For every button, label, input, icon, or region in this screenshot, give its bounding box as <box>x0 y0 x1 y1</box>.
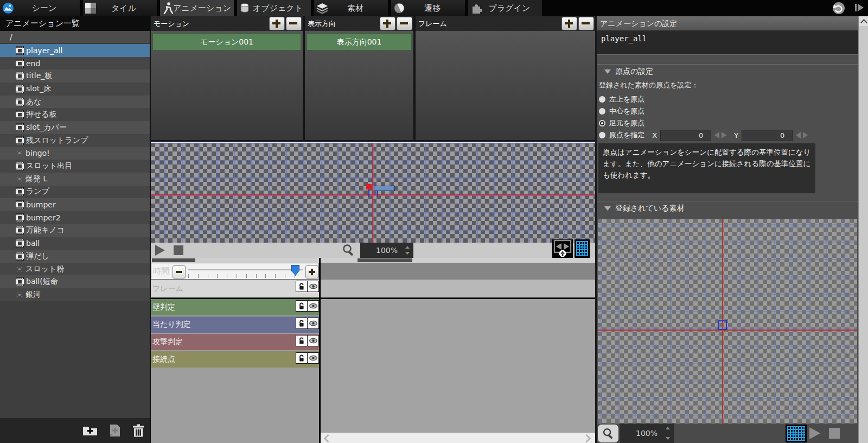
animation-list-item[interactable]: 万能キノコ <box>0 224 150 237</box>
radio-icon[interactable] <box>599 96 605 103</box>
scroll-up-icon[interactable] <box>859 16 868 26</box>
scrollbar-thumb[interactable] <box>152 258 195 262</box>
animation-name-input[interactable]: player_all <box>597 31 858 55</box>
animation-list-item[interactable]: ball(短命 <box>0 275 150 288</box>
radio-icon[interactable] <box>599 108 605 115</box>
direction-item[interactable]: 表示方向001 <box>307 33 412 50</box>
motion-remove-button[interactable] <box>286 17 302 30</box>
eye-icon[interactable] <box>307 352 319 364</box>
zoom-spinner-up-icon[interactable] <box>405 246 410 249</box>
animation-list-item[interactable]: end <box>0 57 150 70</box>
add-folder-icon[interactable] <box>82 425 98 436</box>
animation-list-item[interactable]: slot_カバー <box>0 121 150 134</box>
time-slider-track[interactable] <box>188 269 303 270</box>
timeline-row-4[interactable]: 接続点 <box>151 351 319 368</box>
tab-tile[interactable]: タイル <box>83 0 157 16</box>
frame-remove-button[interactable] <box>578 17 594 30</box>
fit-view-icon[interactable] <box>552 239 573 258</box>
timeline-row-3[interactable]: 攻撃判定 <box>151 334 319 350</box>
grid-toggle-icon[interactable] <box>575 239 590 258</box>
animation-list-item[interactable]: ball <box>0 237 150 250</box>
motion-add-button[interactable] <box>269 17 285 30</box>
animation-list-root[interactable]: / <box>0 31 150 43</box>
eye-icon[interactable] <box>307 300 319 312</box>
origin-section-header[interactable]: 原点の設定 <box>597 64 858 79</box>
animation-list-item[interactable]: player_all <box>0 44 150 57</box>
tab-object[interactable]: オブジェクト <box>237 0 311 16</box>
tab-transition[interactable]: 遷移 <box>391 0 465 16</box>
animation-list-item[interactable]: bumper <box>0 198 150 211</box>
animation-list-item[interactable]: 弾だし <box>0 250 150 263</box>
scroll-right-icon[interactable] <box>583 434 591 443</box>
origin-option-3[interactable]: 原点を指定X0Y0 <box>599 129 808 141</box>
preview-zoom-field[interactable]: 100% <box>620 423 674 443</box>
timeline-row-2[interactable]: 当たり判定 <box>151 317 319 333</box>
timeline-left-scrollbar[interactable] <box>151 258 319 263</box>
play-icon[interactable] <box>809 427 820 439</box>
frame-add-button[interactable] <box>561 17 577 30</box>
settings-scrollbar[interactable] <box>858 16 868 443</box>
undo-icon[interactable] <box>832 2 845 15</box>
timeline-track-area[interactable] <box>321 258 595 443</box>
tab-plugin[interactable]: プラグイン <box>468 0 542 16</box>
stop-icon[interactable] <box>174 245 183 255</box>
animation-list-item[interactable]: ランプ <box>0 186 150 199</box>
zoom-spinner-down-icon[interactable] <box>666 437 670 440</box>
eye-icon[interactable] <box>307 335 319 346</box>
lock-icon[interactable] <box>296 300 308 312</box>
stepper-left-icon[interactable] <box>796 132 801 138</box>
animation-list-item[interactable]: 爆発 L <box>0 173 150 186</box>
grid-toggle-icon[interactable] <box>786 425 807 442</box>
lock-icon[interactable] <box>296 352 308 364</box>
animation-list-item[interactable]: スロット出目 <box>0 160 150 173</box>
eye-icon[interactable] <box>307 281 319 292</box>
preview-sprite-outline[interactable] <box>718 320 727 330</box>
stepper-right-icon[interactable] <box>803 132 808 138</box>
time-zoom-out-button[interactable] <box>173 265 186 279</box>
materials-section-header[interactable]: 登録されている素材 <box>597 201 858 216</box>
lock-icon[interactable] <box>296 318 308 329</box>
animation-list-item[interactable]: あな <box>0 96 150 109</box>
origin-x-input[interactable]: 0 <box>660 130 711 141</box>
zoom-spinner-down-icon[interactable] <box>405 252 410 255</box>
lock-icon[interactable] <box>296 335 308 346</box>
tab-animation[interactable]: アニメーション <box>160 0 234 16</box>
radio-icon[interactable] <box>599 132 605 138</box>
direction-remove-button[interactable] <box>397 17 412 30</box>
tab-material[interactable]: 素材 <box>314 0 388 16</box>
zoom-level-field[interactable]: 100% <box>360 243 413 258</box>
animation-list-item[interactable]: bingo! <box>0 147 150 160</box>
animation-list-item[interactable]: bumper2 <box>0 211 150 224</box>
sprite-selection[interactable] <box>374 186 395 191</box>
timeline-right-scrollbar[interactable] <box>321 258 595 263</box>
origin-option-2[interactable]: 足元を原点 <box>599 117 808 129</box>
animation-list-item[interactable]: slot_床 <box>0 83 150 96</box>
origin-option-0[interactable]: 左上を原点 <box>599 93 808 105</box>
scroll-left-icon[interactable] <box>324 434 333 443</box>
play-icon[interactable] <box>155 245 165 256</box>
animation-list-item[interactable]: 残スロットランプ <box>0 134 150 147</box>
animation-list-item[interactable]: title_板 <box>0 69 150 83</box>
animation-list-item[interactable]: スロット粉 <box>0 263 150 276</box>
origin-y-input[interactable]: 0 <box>742 130 793 141</box>
motion-item[interactable]: モーション001 <box>152 33 301 50</box>
radio-icon[interactable] <box>599 120 605 126</box>
direction-add-button[interactable] <box>380 17 395 30</box>
timeline-row-1[interactable]: 壁判定 <box>151 299 319 315</box>
animation-canvas[interactable] <box>151 142 595 243</box>
scrollbar-thumb[interactable] <box>358 258 412 262</box>
origin-handle[interactable] <box>366 184 372 189</box>
magnifier-icon[interactable] <box>598 425 618 442</box>
eye-icon[interactable] <box>307 318 319 329</box>
lock-icon[interactable] <box>296 281 308 292</box>
time-zoom-in-button[interactable] <box>305 265 318 279</box>
animation-list-item[interactable]: 押せる板 <box>0 108 150 121</box>
add-animation-icon[interactable] <box>110 424 120 437</box>
animation-list-item[interactable]: 銀河 <box>0 288 150 301</box>
stepper-right-icon[interactable] <box>722 132 726 138</box>
zoom-spinner-up-icon[interactable] <box>666 427 670 429</box>
delete-icon[interactable] <box>132 424 144 437</box>
step-forward-icon[interactable] <box>854 2 865 15</box>
track-horizontal-scrollbar[interactable] <box>321 433 595 443</box>
tab-scene[interactable]: シーン <box>0 0 80 16</box>
